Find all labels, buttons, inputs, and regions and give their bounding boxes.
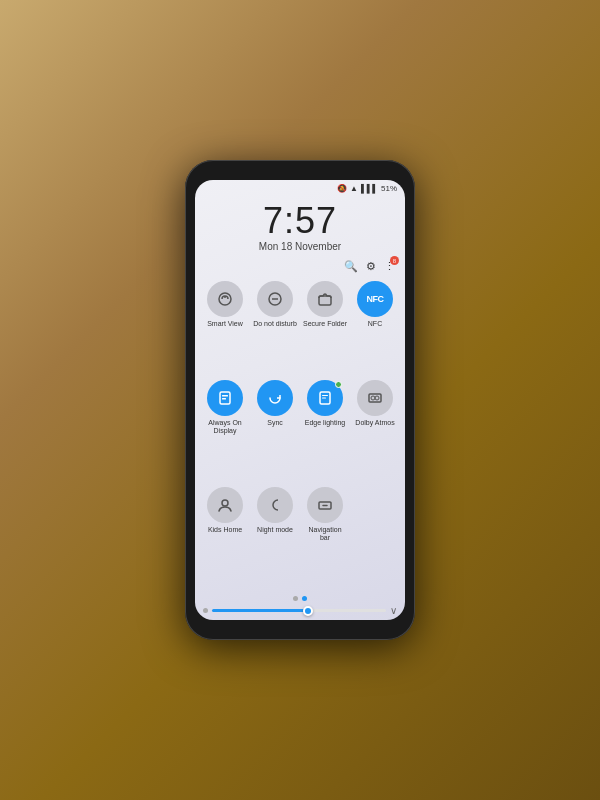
sync-label: Sync: [267, 419, 283, 427]
svg-rect-9: [322, 395, 328, 396]
brightness-slider[interactable]: [212, 609, 386, 612]
signal-icon: ▌▌▌: [361, 184, 378, 193]
dnd-icon: [257, 281, 293, 317]
tile-do-not-disturb[interactable]: Do not disturb: [253, 281, 297, 374]
quick-tiles-grid: Smart View Do not disturb Secure Folder …: [195, 277, 405, 592]
nfc-icon: NFC: [357, 281, 393, 317]
svg-rect-10: [322, 397, 326, 398]
tile-sync[interactable]: Sync: [253, 380, 297, 481]
phone-device: 🔕 ▲ ▌▌▌ 51% 7:57 Mon 18 November 🔍 ⚙ ⋮ 8: [185, 160, 415, 640]
page-dot-1: [293, 596, 298, 601]
smart-view-icon: [207, 281, 243, 317]
sync-icon: [257, 380, 293, 416]
tile-smart-view[interactable]: Smart View: [203, 281, 247, 374]
edge-lighting-label: Edge lighting: [305, 419, 345, 427]
tile-navigation-bar[interactable]: Navigation bar: [303, 487, 347, 588]
svg-rect-6: [222, 395, 228, 397]
wifi-icon: ▲: [350, 184, 358, 193]
phone-screen: 🔕 ▲ ▌▌▌ 51% 7:57 Mon 18 November 🔍 ⚙ ⋮ 8: [195, 180, 405, 620]
night-mode-label: Night mode: [257, 526, 293, 534]
svg-point-12: [371, 396, 375, 400]
status-bar: 🔕 ▲ ▌▌▌ 51%: [195, 180, 405, 195]
kids-home-label: Kids Home: [208, 526, 242, 534]
date-display: Mon 18 November: [195, 241, 405, 252]
smart-view-label: Smart View: [207, 320, 243, 328]
secure-folder-label: Secure Folder: [303, 320, 347, 328]
dolby-atmos-icon: [357, 380, 393, 416]
svg-point-1: [224, 296, 226, 298]
kids-home-icon: [207, 487, 243, 523]
aod-icon: [207, 380, 243, 416]
dolby-atmos-label: Dolby Atmos: [355, 419, 394, 427]
svg-point-0: [219, 293, 231, 305]
svg-point-14: [222, 500, 228, 506]
tile-dolby-atmos[interactable]: Dolby Atmos: [353, 380, 397, 481]
navigation-bar-label: Navigation bar: [303, 526, 347, 543]
page-dot-2: [302, 596, 307, 601]
battery-indicator: 51%: [381, 184, 397, 193]
empty-tile: [353, 487, 397, 588]
tile-nfc[interactable]: NFC NFC: [353, 281, 397, 374]
brightness-min-icon: [203, 608, 208, 613]
secure-folder-icon: [307, 281, 343, 317]
svg-rect-7: [222, 398, 226, 400]
time-area: 7:57 Mon 18 November: [195, 195, 405, 256]
notification-badge: 8: [390, 256, 399, 265]
svg-rect-4: [319, 296, 331, 305]
brightness-thumb[interactable]: [303, 606, 313, 616]
green-dot-indicator: [335, 381, 342, 388]
night-mode-icon: [257, 487, 293, 523]
nfc-label: NFC: [368, 320, 382, 328]
settings-button[interactable]: ⚙: [366, 260, 376, 273]
page-indicators: [195, 592, 405, 603]
dnd-label: Do not disturb: [253, 320, 297, 328]
search-button[interactable]: 🔍: [344, 260, 358, 273]
tile-always-on-display[interactable]: Always On Display: [203, 380, 247, 481]
qs-toolbar: 🔍 ⚙ ⋮ 8: [195, 256, 405, 277]
tile-edge-lighting[interactable]: Edge lighting: [303, 380, 347, 481]
brightness-expand-icon[interactable]: ∨: [390, 605, 397, 616]
brightness-row[interactable]: ∨: [195, 603, 405, 620]
tile-kids-home[interactable]: Kids Home: [203, 487, 247, 588]
more-button[interactable]: ⋮ 8: [384, 260, 395, 273]
navigation-bar-icon: [307, 487, 343, 523]
aod-label: Always On Display: [203, 419, 247, 436]
mute-icon: 🔕: [337, 184, 347, 193]
svg-point-13: [375, 396, 379, 400]
tile-night-mode[interactable]: Night mode: [253, 487, 297, 588]
tile-secure-folder[interactable]: Secure Folder: [303, 281, 347, 374]
clock-display: 7:57: [195, 203, 405, 239]
edge-lighting-icon: [307, 380, 343, 416]
